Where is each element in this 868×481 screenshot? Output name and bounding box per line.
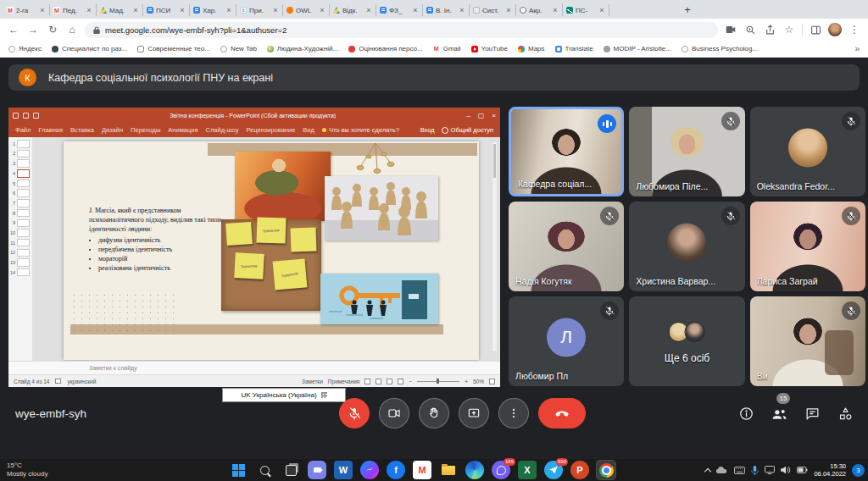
spellcheck-icon[interactable] (55, 379, 61, 384)
ribbon-tab[interactable]: Анимация (168, 126, 198, 134)
onedrive-icon[interactable] (716, 466, 728, 474)
tab-close-icon[interactable] (505, 6, 512, 14)
tab-close-icon[interactable] (459, 6, 465, 14)
zoom-level[interactable]: 50% (473, 379, 484, 384)
taskbar-app-icon[interactable]: X (518, 461, 537, 479)
browser-tab[interactable]: В. Ін. (423, 4, 470, 16)
new-tab-button[interactable] (678, 2, 697, 17)
notification-center-badge[interactable]: 3 (852, 464, 865, 477)
slide-thumbnail[interactable]: 7 (10, 199, 32, 207)
taskbar-app-icon[interactable]: P (570, 461, 589, 479)
ribbon-tab[interactable]: Рецензирование (246, 126, 295, 134)
browser-tab[interactable]: ПСИ (143, 4, 190, 16)
slide-thumbnail-panel[interactable]: 1 2 3 4 (8, 137, 32, 361)
present-button[interactable] (459, 398, 489, 428)
ppt-vertical-scrollbar[interactable] (492, 141, 498, 352)
taskbar-app-icon[interactable] (597, 461, 615, 479)
volume-icon[interactable] (781, 466, 791, 474)
fit-slide-icon[interactable] (489, 379, 495, 384)
browser-tab[interactable]: Хар. (190, 4, 236, 16)
bookmark-item[interactable]: MODIP - Aristotle... (604, 45, 671, 53)
ribbon-tab[interactable]: Главная (38, 126, 63, 134)
zoom-icon[interactable] (743, 23, 757, 36)
minimize-icon[interactable]: – (466, 112, 470, 119)
taskbar-app-icon[interactable]: f (387, 461, 405, 479)
ribbon-tab[interactable]: Дизайн (102, 126, 123, 134)
raise-hand-button[interactable] (419, 398, 449, 428)
menu-icon[interactable]: ⋮ (848, 23, 861, 36)
browser-tab[interactable]: Акр. (516, 4, 563, 16)
touch-keyboard-icon[interactable] (734, 467, 745, 474)
browser-tab[interactable]: ПС- (563, 4, 609, 16)
ribbon-tab[interactable]: Переходы (131, 126, 160, 134)
slide-thumbnail[interactable]: 5 (10, 180, 32, 188)
slide-sorter-icon[interactable] (376, 379, 381, 384)
browser-tab[interactable]: При. (236, 4, 283, 16)
signin-button[interactable]: Вход (420, 126, 435, 134)
participant-tile[interactable]: Кафедра соціал... (509, 107, 624, 196)
tray-expand-icon[interactable] (704, 467, 711, 474)
undo-icon[interactable] (23, 113, 29, 119)
taskbar-app-icon[interactable] (255, 461, 274, 479)
ribbon-tab[interactable]: Что вы хотите сделать? (322, 126, 399, 134)
tab-close-icon[interactable] (132, 6, 139, 14)
end-call-button[interactable] (538, 398, 586, 428)
participant-tile[interactable]: Л Любомир Пл (509, 296, 624, 386)
reload-icon[interactable]: ↻ (46, 23, 59, 36)
slide-thumbnail[interactable]: 14 (10, 268, 32, 277)
bookmark-item[interactable]: Современные тео... (137, 45, 210, 53)
ribbon-tab[interactable]: Вид (303, 126, 314, 134)
media-camera-icon[interactable] (724, 23, 737, 36)
star-icon[interactable]: ☆ (782, 23, 796, 36)
slideshow-view-icon[interactable] (398, 379, 403, 384)
bookmark-item[interactable]: Специалист по раз... (52, 45, 127, 53)
taskbar-app-icon[interactable]: 690 (544, 461, 563, 479)
bookmark-item[interactable]: Business Psycholog... (682, 45, 758, 53)
language-indicator[interactable]: украинский (67, 379, 96, 384)
bookmarks-overflow-icon[interactable]: » (854, 44, 860, 53)
tab-close-icon[interactable] (86, 6, 92, 14)
slide-thumbnail[interactable]: 3 (10, 159, 32, 168)
camera-button[interactable] (379, 398, 409, 428)
ribbon-tab[interactable]: Вставка (70, 126, 94, 134)
ribbon-tab[interactable]: Слайд-шоу (206, 126, 239, 134)
slide-thumbnail[interactable]: 9 (10, 219, 32, 228)
tab-close-icon[interactable] (225, 6, 232, 14)
taskbar-app-icon[interactable] (229, 461, 248, 479)
tab-close-icon[interactable] (412, 6, 419, 14)
more-options-button[interactable] (498, 398, 529, 428)
slideshow-icon[interactable] (33, 113, 39, 119)
bookmark-item[interactable]: Людина-Художній... (267, 45, 338, 53)
bookmark-item[interactable]: New Tab (220, 45, 257, 53)
save-icon[interactable] (13, 113, 19, 119)
ppt-quick-access-toolbar[interactable] (13, 113, 39, 119)
participant-tile[interactable]: Ви (750, 296, 865, 386)
tab-close-icon[interactable] (552, 6, 559, 14)
close-icon[interactable]: × (492, 112, 496, 119)
zoom-slider[interactable] (417, 381, 459, 382)
participant-tile[interactable]: Лариса Заграй (750, 202, 865, 291)
slide-thumbnail[interactable]: 4 (10, 169, 32, 178)
taskbar-app-icon[interactable] (439, 461, 458, 479)
slide-thumbnail[interactable]: 10 (10, 229, 32, 237)
tab-close-icon[interactable] (179, 6, 186, 14)
info-icon[interactable] (737, 404, 755, 423)
chat-icon[interactable] (803, 404, 821, 423)
back-icon[interactable]: ← (7, 23, 20, 36)
taskbar-app-icon[interactable]: M (413, 461, 431, 479)
profile-avatar[interactable] (828, 23, 842, 36)
normal-view-icon[interactable] (364, 379, 370, 384)
participant-tile[interactable]: Любомира Піле... (629, 107, 744, 196)
taskbar-app-icon[interactable] (360, 461, 379, 479)
browser-tab[interactable]: OWL (283, 4, 330, 16)
ribbon-tab[interactable]: Файл (15, 126, 31, 134)
bookmark-item[interactable]: Яндекс (8, 45, 42, 53)
share-button[interactable]: Общий доступ (442, 126, 493, 134)
slide-thumbnail[interactable]: 11 (10, 239, 32, 247)
bookmark-item[interactable]: Translate (555, 45, 593, 53)
tab-close-icon[interactable] (319, 6, 326, 14)
taskbar-app-icon[interactable] (465, 461, 484, 479)
comments-button[interactable]: Примечания (328, 379, 360, 384)
participant-tile[interactable]: Oleksandra Fedor... (750, 107, 865, 196)
slide-thumbnail[interactable]: 12 (10, 249, 32, 257)
